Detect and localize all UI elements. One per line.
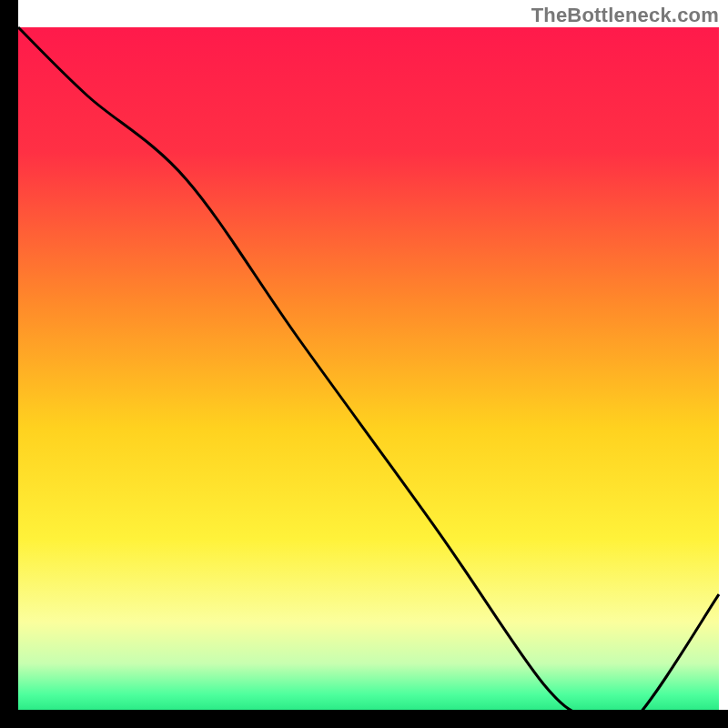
x-axis: [0, 710, 728, 728]
plot-background: [18, 27, 719, 719]
y-axis: [0, 0, 18, 728]
bottleneck-chart: [0, 0, 728, 728]
chart-container: TheBottleneck.com: [0, 0, 728, 728]
attribution-text: TheBottleneck.com: [531, 4, 719, 27]
